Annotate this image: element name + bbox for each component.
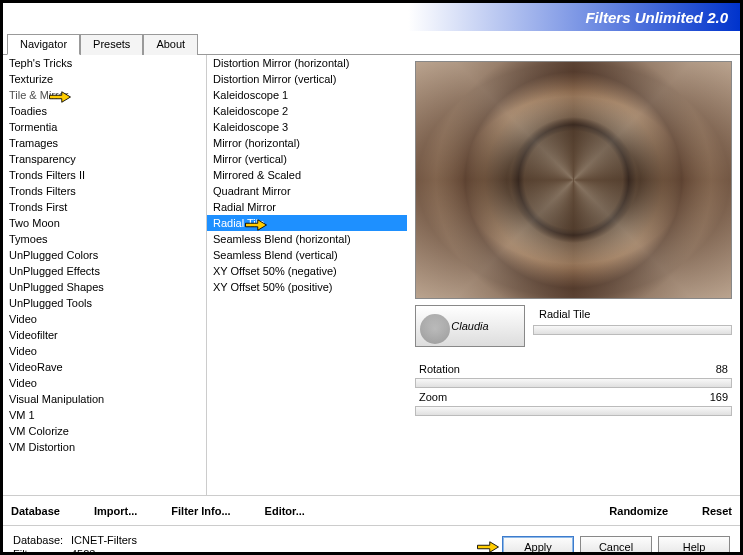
cancel-button[interactable]: Cancel [580,536,652,556]
category-item[interactable]: Video [3,343,206,359]
selected-filter-name: Radial Tile [533,305,732,323]
category-item[interactable]: Tormentia [3,119,206,135]
randomize-button[interactable]: Randomize [609,505,668,517]
author-logo: Claudia [415,305,525,347]
preview-image [415,61,732,299]
param-value: 169 [710,391,728,403]
db-label: Database: [13,534,71,546]
pointer-hand-icon [474,536,502,556]
filter-info-button[interactable]: Filter Info... [171,505,230,517]
filter-item[interactable]: Mirror (horizontal) [207,135,407,151]
parameters: Rotation88Zoom169 [415,361,732,417]
reset-button[interactable]: Reset [702,505,732,517]
filter-name-box: Radial Tile [533,305,732,335]
category-item[interactable]: Tronds Filters II [3,167,206,183]
filter-item[interactable]: Quadrant Mirror [207,183,407,199]
tab-strip: Navigator Presets About [3,33,740,55]
filter-item[interactable]: Kaleidoscope 3 [207,119,407,135]
category-item[interactable]: Tile & Mirror [3,87,206,103]
category-item[interactable]: Tronds Filters [3,183,206,199]
toolbar: Database Import... Filter Info... Editor… [3,495,740,525]
category-item[interactable]: VM 1 [3,407,206,423]
right-panel: Claudia Radial Tile Rotation88Zoom169 [407,55,740,495]
filter-item[interactable]: Radial Tile [207,215,407,231]
param-name: Rotation [419,363,460,375]
filter-list[interactable]: Distortion Mirror (horizontal)Distortion… [207,55,407,495]
category-item[interactable]: VM Colorize [3,423,206,439]
import-button[interactable]: Import... [94,505,137,517]
category-item[interactable]: VM Distortion [3,439,206,455]
tab-navigator[interactable]: Navigator [7,34,80,55]
tab-about[interactable]: About [143,34,198,55]
param-slider[interactable] [415,406,732,416]
category-item[interactable]: UnPlugged Tools [3,295,206,311]
category-item[interactable]: UnPlugged Effects [3,263,206,279]
param-row: Rotation88 [415,361,732,377]
filter-item[interactable]: Seamless Blend (horizontal) [207,231,407,247]
category-item[interactable]: Video [3,311,206,327]
filter-item[interactable]: Mirrored & Scaled [207,167,407,183]
category-item[interactable]: Teph's Tricks [3,55,206,71]
category-item[interactable]: Texturize [3,71,206,87]
param-slider[interactable] [415,378,732,388]
footer-info: Database:ICNET-Filters Filters:4523 [13,534,137,556]
category-item[interactable]: Two Moon [3,215,206,231]
help-button[interactable]: Help [658,536,730,556]
category-item[interactable]: Transparency [3,151,206,167]
filter-item[interactable]: XY Offset 50% (positive) [207,279,407,295]
category-item[interactable]: Tramages [3,135,206,151]
database-button[interactable]: Database [11,505,60,517]
tab-presets[interactable]: Presets [80,34,143,55]
filter-item[interactable]: Seamless Blend (vertical) [207,247,407,263]
main-area: Teph's TricksTexturizeTile & MirrorToadi… [3,55,740,495]
category-item[interactable]: Toadies [3,103,206,119]
param-value: 88 [716,363,728,375]
filter-item[interactable]: Distortion Mirror (horizontal) [207,55,407,71]
category-item[interactable]: Tronds First [3,199,206,215]
filter-item[interactable]: XY Offset 50% (negative) [207,263,407,279]
category-item[interactable]: UnPlugged Shapes [3,279,206,295]
category-list[interactable]: Teph's TricksTexturizeTile & MirrorToadi… [3,55,207,495]
category-item[interactable]: Tymoes [3,231,206,247]
filters-label: Filters: [13,548,71,556]
filter-item[interactable]: Kaleidoscope 2 [207,103,407,119]
apply-button[interactable]: Apply [502,536,574,556]
category-item[interactable]: Visual Manipulation [3,391,206,407]
category-item[interactable]: Videofilter [3,327,206,343]
category-item[interactable]: VideoRave [3,359,206,375]
footer: Database:ICNET-Filters Filters:4523 Appl… [3,525,740,555]
category-item[interactable]: Video [3,375,206,391]
db-value: ICNET-Filters [71,534,137,546]
editor-button[interactable]: Editor... [265,505,305,517]
filters-value: 4523 [71,548,95,556]
filter-item[interactable]: Mirror (vertical) [207,151,407,167]
app-title: Filters Unlimited 2.0 [585,9,728,26]
category-item[interactable]: UnPlugged Colors [3,247,206,263]
param-row: Zoom169 [415,389,732,405]
filter-item[interactable]: Kaleidoscope 1 [207,87,407,103]
param-name: Zoom [419,391,447,403]
filter-name-bar [533,325,732,335]
filter-item[interactable]: Distortion Mirror (vertical) [207,71,407,87]
filter-item[interactable]: Radial Mirror [207,199,407,215]
title-bar: Filters Unlimited 2.0 [3,3,740,31]
